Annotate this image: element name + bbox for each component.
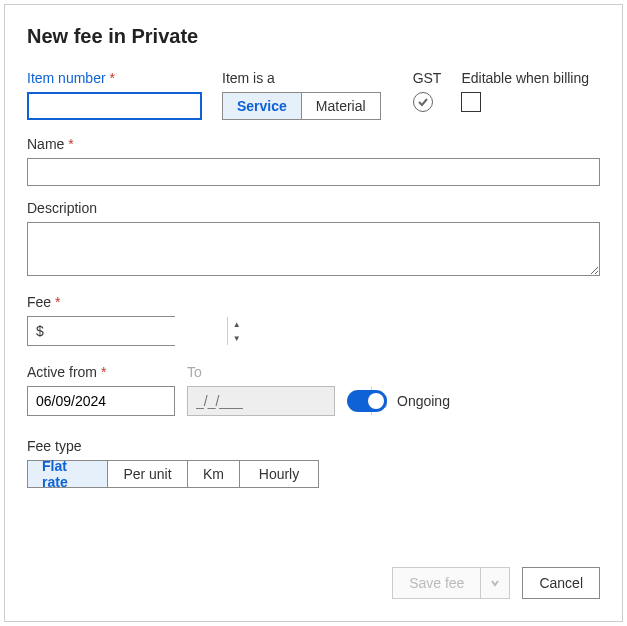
to-datebox [187,386,335,416]
to-input [196,393,371,409]
fee-type-label: Fee type [27,438,600,454]
gst-checkbox[interactable] [413,92,433,112]
item-is-a-label: Item is a [222,70,381,86]
name-label: Name * [27,136,600,152]
item-is-a-segmented: Service Material [222,92,381,120]
gst-label: GST [413,70,442,86]
fee-spinbox: $ ▲ ▼ [27,316,175,346]
new-fee-dialog: New fee in Private Item number * Item is… [4,4,623,622]
seg-km[interactable]: Km [188,461,240,487]
toggle-knob [368,393,384,409]
cancel-button[interactable]: Cancel [522,567,600,599]
fee-type-segmented: Flat rate Per unit Km Hourly [27,460,319,488]
fee-step-up[interactable]: ▲ [228,317,246,331]
save-fee-button[interactable]: Save fee [392,567,480,599]
to-label: To [187,364,335,380]
seg-perunit[interactable]: Per unit [108,461,188,487]
chevron-down-icon [490,578,500,588]
seg-service[interactable]: Service [223,93,302,119]
seg-material[interactable]: Material [302,93,380,119]
fee-label: Fee * [27,294,600,310]
dialog-title: New fee in Private [27,25,600,48]
save-fee-dropdown[interactable] [480,567,510,599]
fee-step-down[interactable]: ▼ [228,331,246,345]
editable-when-billing-checkbox[interactable] [461,92,481,112]
ongoing-label: Ongoing [397,393,450,409]
description-label: Description [27,200,600,216]
seg-hourly[interactable]: Hourly [240,461,318,487]
item-number-input[interactable] [27,92,202,120]
save-fee-split: Save fee [392,567,510,599]
check-icon [417,96,429,108]
editable-when-billing-label: Editable when billing [461,70,589,86]
name-input[interactable] [27,158,600,186]
ongoing-toggle[interactable] [347,390,387,412]
currency-symbol: $ [28,323,52,339]
active-from-input[interactable] [36,393,211,409]
item-number-label: Item number * [27,70,202,86]
active-from-label: Active from * [27,364,175,380]
seg-flatrate[interactable]: Flat rate [28,461,108,487]
fee-input[interactable] [52,317,227,345]
active-from-datebox [27,386,175,416]
description-textarea[interactable] [27,222,600,276]
